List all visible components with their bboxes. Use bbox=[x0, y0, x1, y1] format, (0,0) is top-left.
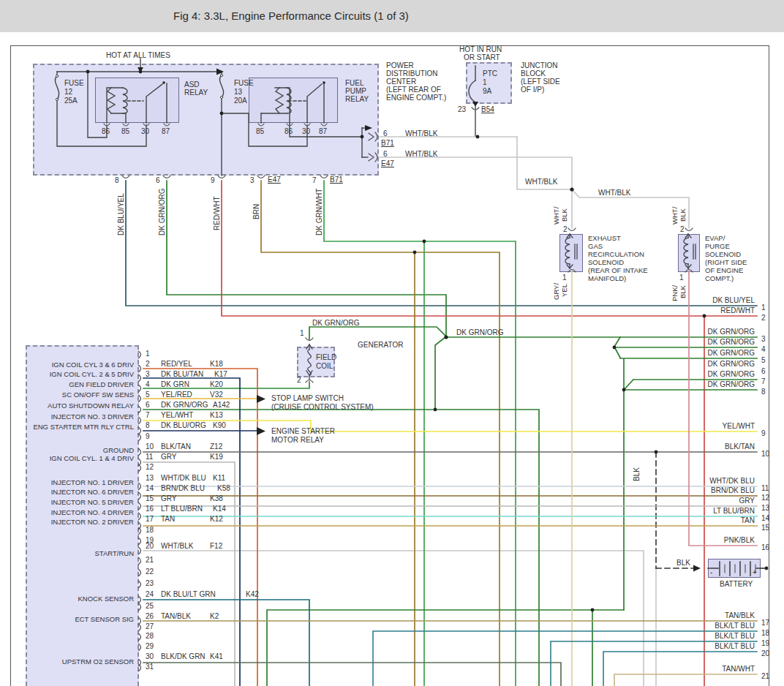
wht-blk-label-1: WHT/BLK bbox=[525, 178, 557, 186]
evap-top-wire-a: WHT/ bbox=[671, 207, 679, 225]
pcm-pin-function-30: UPSTRM O2 SENSOR bbox=[22, 657, 134, 666]
right-edge-number-8: 8 bbox=[761, 388, 766, 396]
stop-lamp-label-2: (CRUISE CONTROL SYSTEM) bbox=[271, 403, 374, 411]
egr-pin-top: 2 bbox=[563, 225, 568, 233]
asd-pin-30: 30 bbox=[141, 127, 149, 135]
pcm-pin-wire-10: BLK/TAN bbox=[161, 442, 191, 451]
evap-label-2: PURGE bbox=[705, 242, 730, 250]
fuse13-label-3: 20A bbox=[234, 97, 247, 105]
pcm-pin-number-1: 1 bbox=[146, 350, 150, 358]
hot-in-run-1: HOT IN RUN bbox=[459, 45, 502, 53]
pcm-pin-function-10: GROUND bbox=[22, 446, 134, 454]
drop-wire-brn: BRN bbox=[252, 204, 260, 219]
egr-label-6: MANIFOLD) bbox=[588, 274, 626, 282]
right-edge-number-21: 21 bbox=[761, 672, 769, 680]
exit-pin-8: 8 bbox=[115, 176, 119, 184]
drop-wire-dk-grn-org: DK GRN/ORG bbox=[158, 189, 166, 235]
pcm-pin-number-23: 23 bbox=[146, 579, 154, 587]
battery-label: BATTERY bbox=[720, 580, 753, 588]
right-exit-conn-2: E47 bbox=[381, 159, 394, 167]
asd-pin-86: 86 bbox=[102, 127, 110, 135]
right-edge-wire-11: WHT/DK BLU bbox=[638, 477, 755, 485]
pdc-location-4: (LEFT REAR OF bbox=[386, 86, 441, 94]
egr-label-4: SOLENOID bbox=[588, 258, 624, 266]
right-exit-pin-2: 6 bbox=[383, 150, 388, 158]
starter-label-1: ENGINE STARTER bbox=[271, 427, 335, 435]
right-edge-wire-17: TAN/BLK bbox=[638, 611, 755, 619]
pcm-pin-function-13: INJECTOR NO. 1 DRIVER bbox=[22, 478, 134, 486]
right-edge-wire-6: DK GRN/ORG bbox=[638, 360, 755, 368]
egr-pin-bot: 1 bbox=[562, 274, 567, 282]
stop-lamp-label-1: STOP LAMP SWITCH bbox=[271, 394, 344, 402]
fuse12-label-1: FUSE bbox=[64, 79, 84, 87]
right-edge-wire-3: DK GRN/ORG bbox=[638, 328, 755, 336]
right-edge-number-17: 17 bbox=[761, 619, 769, 627]
asd-pin-87: 87 bbox=[162, 127, 170, 135]
drop-wire-dk-blu-yel: DK BLU/YEL bbox=[117, 193, 125, 235]
field-coil-2: COIL bbox=[316, 362, 333, 370]
pcm-pin-number-4: 4 bbox=[146, 380, 150, 388]
right-edge-number-13: 13 bbox=[761, 504, 769, 512]
right-edge-wire-13: GRY bbox=[638, 497, 755, 505]
generator-label: GENERATOR bbox=[358, 341, 403, 349]
pcm-pin-code-30: K41 bbox=[210, 652, 223, 660]
right-edge-number-3: 3 bbox=[761, 335, 766, 343]
right-edge-number-5: 5 bbox=[761, 356, 766, 364]
pcm-pin-wire-30: BLK/DK GRN bbox=[161, 652, 206, 660]
pcm-pin-function-17: INJECTOR NO. 2 DRIVER bbox=[22, 518, 134, 526]
fuse12-label-3: 25A bbox=[64, 97, 78, 105]
pdc-location-5: ENGINE COMPT.) bbox=[386, 94, 446, 102]
starter-label-2: MOTOR RELAY bbox=[271, 436, 324, 444]
fp-relay-label-1: FUEL bbox=[345, 79, 364, 87]
right-edge-wire-18: BLK/LT BLU bbox=[638, 622, 755, 630]
pcm-pin-code-10: Z12 bbox=[210, 442, 222, 451]
battery-wire-label: BLK bbox=[676, 559, 690, 567]
evap-label-1: EVAP/ bbox=[705, 234, 725, 242]
right-edge-wire-7: DK GRN/ORG bbox=[638, 370, 755, 378]
pcm-pin-number-31: 31 bbox=[146, 663, 154, 671]
pcm-pin-code-7: K13 bbox=[210, 411, 223, 419]
egr-label-1: EXHAUST bbox=[588, 234, 621, 242]
pcm-pin-number-11: 11 bbox=[146, 453, 153, 461]
evap-pin-bot: 1 bbox=[679, 274, 684, 282]
right-edge-wire-15: TAN bbox=[638, 516, 755, 524]
pcm-pin-number-8: 8 bbox=[146, 421, 150, 429]
right-exit-wire-1: WHT/BLK bbox=[405, 129, 437, 137]
egr-label-5: (REAR OF INTAKE bbox=[588, 266, 648, 274]
pcm-pin-number-30: 30 bbox=[146, 652, 154, 660]
pcm-pin-wire-7: YEL/WHT bbox=[161, 411, 193, 419]
pcm-pin-number-9: 9 bbox=[146, 432, 150, 440]
pcm-pin-function-4: GEN FIELD DRIVER bbox=[22, 380, 134, 388]
pcm-pin-number-14: 14 bbox=[146, 484, 154, 492]
battery-plus: + bbox=[753, 568, 757, 576]
field-coil-1: FIELD bbox=[316, 353, 336, 361]
evap-label-3: SOLENOID bbox=[705, 250, 741, 258]
right-edge-wire-5: DK GRN/ORG bbox=[638, 349, 755, 357]
junction-block-4: OF I/P) bbox=[521, 86, 544, 94]
fp-pin-86: 86 bbox=[284, 127, 293, 135]
pcm-pin-number-22: 22 bbox=[146, 568, 154, 576]
ptc-name: PTC bbox=[483, 69, 497, 78]
pcm-pin-wire-17: TAN bbox=[161, 515, 175, 523]
evap-label-4: (RIGHT SIDE bbox=[705, 258, 747, 266]
egr-bot-wire-b: YEL bbox=[560, 284, 568, 297]
pcm-pin-code-6: A142 bbox=[213, 401, 230, 409]
pcm-pin-code-17: K12 bbox=[210, 515, 223, 523]
right-edge-number-14: 14 bbox=[761, 514, 769, 522]
right-edge-wire-21: TAN/WHT bbox=[638, 665, 755, 673]
pcm-pin-wire-5: YEL/RED bbox=[161, 391, 192, 399]
pcm-pin-function-2: IGN COIL CYL 3 & 6 DRIV bbox=[22, 361, 134, 369]
pcm-pin-function-3: IGN COIL CYL. 2 & 5 DRIV bbox=[22, 370, 134, 378]
pcm-pin-function-26: ECT SENSOR SIG bbox=[22, 615, 134, 623]
pcm-pin-number-26: 26 bbox=[146, 612, 154, 620]
pcm-pin-number-6: 6 bbox=[146, 401, 150, 409]
pcm-pin-wire-11: GRY bbox=[161, 453, 177, 461]
ptc-num: 1 bbox=[483, 78, 487, 86]
pcm-pin-function-11: IGN COIL CYL. 1 & 4 DRIV bbox=[22, 454, 134, 462]
pcm-pin-number-24: 24 bbox=[146, 590, 154, 598]
hot-in-run-2: OR START bbox=[464, 53, 500, 61]
right-edge-number-9: 9 bbox=[761, 429, 766, 437]
right-edge-wire-20: BLK/LT BLU bbox=[638, 642, 755, 650]
wiring-diagram-page: Fig 4: 3.3L, Engine Performance Circuits… bbox=[0, 0, 784, 686]
pcm-pin-function-6: AUTO SHUTDOWN RELAY bbox=[22, 402, 134, 410]
